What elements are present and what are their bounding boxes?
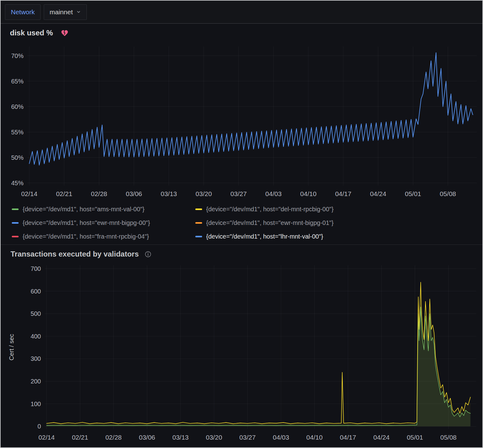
panel-title-disk-used[interactable]: disk used % xyxy=(10,29,53,37)
svg-text:70%: 70% xyxy=(11,52,24,59)
axis-labels: 45%50%55%60%65%70%02/1402/2102/2803/0603… xyxy=(11,52,456,197)
series-color-dash xyxy=(12,236,19,237)
svg-text:04/03: 04/03 xyxy=(265,190,282,197)
svg-text:200: 200 xyxy=(31,378,41,385)
series-color-dash xyxy=(195,208,202,210)
series-line xyxy=(47,282,470,424)
legend-item-label: {device="/dev/md1", host="lhr-mnt-val-00… xyxy=(206,233,323,240)
svg-text:04/03: 04/03 xyxy=(273,434,289,441)
legend-item[interactable]: {device="/dev/md1", host="ams-mnt-val-00… xyxy=(12,205,195,213)
grid xyxy=(27,47,477,186)
svg-text:45%: 45% xyxy=(11,180,24,186)
panel-transactions-header: Transactions executed by validators xyxy=(1,245,482,260)
svg-text:100: 100 xyxy=(31,401,41,407)
svg-text:60%: 60% xyxy=(11,103,24,110)
series-line xyxy=(47,307,470,425)
svg-text:05/01: 05/01 xyxy=(407,434,423,441)
legend-item-label: {device="/dev/md1", host="del-mnt-rpcbig… xyxy=(206,205,334,213)
network-variable-label: Network xyxy=(5,4,41,20)
svg-text:03/13: 03/13 xyxy=(161,190,177,197)
svg-text:03/06: 03/06 xyxy=(139,434,155,441)
chevron-down-icon xyxy=(76,10,81,14)
panel-transactions: Transactions executed by validators 0100… xyxy=(1,245,482,447)
svg-text:02/14: 02/14 xyxy=(21,190,38,197)
svg-text:04/24: 04/24 xyxy=(373,434,390,441)
legend-item-label: {device="/dev/md1", host="ams-mnt-val-00… xyxy=(23,205,144,213)
series-color-dash xyxy=(12,222,19,224)
svg-text:04/24: 04/24 xyxy=(370,190,386,197)
svg-text:02/28: 02/28 xyxy=(105,434,122,441)
svg-text:04/10: 04/10 xyxy=(300,190,317,197)
svg-text:02/14: 02/14 xyxy=(38,434,55,441)
dashboard-controls: Network mainnet xyxy=(1,1,482,24)
svg-text:04/17: 04/17 xyxy=(335,190,352,197)
svg-text:0: 0 xyxy=(38,423,41,430)
legend-item[interactable]: {device="/dev/md1", host="ewr-mnt-bigpg-… xyxy=(12,219,195,226)
alert-broken-heart-icon xyxy=(60,29,69,37)
svg-text:700: 700 xyxy=(31,265,41,272)
svg-text:04/17: 04/17 xyxy=(340,434,356,441)
svg-text:500: 500 xyxy=(31,310,41,317)
svg-text:05/01: 05/01 xyxy=(405,190,421,197)
legend-item-label: {device="/dev/md1", host="fra-mnt-rpcbig… xyxy=(23,233,149,240)
legend-item[interactable]: {device="/dev/md1", host="del-mnt-rpcbig… xyxy=(195,205,479,213)
svg-text:50%: 50% xyxy=(11,154,24,161)
svg-text:02/21: 02/21 xyxy=(56,190,73,197)
series-fill xyxy=(47,307,470,426)
panel-disk-used: disk used % 45%50%55%60%65%70%02/1402/21… xyxy=(1,24,482,245)
legend-item-label: {device="/dev/md1", host="ewr-mnt-bigpg-… xyxy=(23,219,150,226)
series-color-dash xyxy=(195,236,202,237)
series-color-dash xyxy=(195,222,202,224)
svg-text:03/06: 03/06 xyxy=(126,190,142,197)
svg-text:03/20: 03/20 xyxy=(196,190,212,197)
svg-text:03/20: 03/20 xyxy=(206,434,222,441)
grid xyxy=(45,265,476,429)
svg-text:03/27: 03/27 xyxy=(239,434,256,441)
info-circle-icon[interactable] xyxy=(144,251,152,258)
panel-disk-used-header: disk used % xyxy=(1,24,482,39)
legend-item[interactable]: {device="/dev/md1", host="fra-mnt-rpcbig… xyxy=(12,233,195,240)
network-variable-select[interactable]: mainnet xyxy=(44,4,87,20)
svg-text:03/27: 03/27 xyxy=(230,190,247,197)
legend-item[interactable]: {device="/dev/md1", host="lhr-mnt-val-00… xyxy=(195,233,479,240)
svg-text:03/13: 03/13 xyxy=(172,434,189,441)
grafana-dashboard: Network mainnet disk used % 45%50%55%60%… xyxy=(0,0,483,448)
disk-used-chart[interactable]: 45%50%55%60%65%70%02/1402/2102/2803/0603… xyxy=(1,39,482,200)
svg-text:55%: 55% xyxy=(11,129,24,136)
svg-text:05/08: 05/08 xyxy=(440,190,456,197)
svg-text:02/28: 02/28 xyxy=(91,190,107,197)
y-axis-title: Cert / sec xyxy=(8,334,15,361)
network-variable-value: mainnet xyxy=(50,8,73,16)
series-color-dash xyxy=(12,208,19,210)
panel-title-transactions[interactable]: Transactions executed by validators xyxy=(11,250,139,258)
transactions-chart[interactable]: 010020030040050060070002/1402/2102/2803/… xyxy=(1,260,482,446)
svg-text:300: 300 xyxy=(31,355,41,362)
axis-labels: 010020030040050060070002/1402/2102/2803/… xyxy=(31,265,457,441)
svg-text:05/08: 05/08 xyxy=(440,434,457,441)
svg-text:65%: 65% xyxy=(11,78,24,85)
legend-item[interactable]: {device="/dev/md1", host="ewr-mnt-bigpg-… xyxy=(195,219,479,226)
svg-text:600: 600 xyxy=(31,288,41,295)
series-fill xyxy=(47,282,470,427)
svg-text:04/10: 04/10 xyxy=(306,434,323,441)
svg-text:400: 400 xyxy=(31,333,41,340)
chart-canvas: 45%50%55%60%65%70%02/1402/2102/2803/0603… xyxy=(1,39,482,200)
chart-canvas: 010020030040050060070002/1402/2102/2803/… xyxy=(1,260,482,446)
svg-text:02/21: 02/21 xyxy=(72,434,88,441)
series-line xyxy=(29,53,473,165)
disk-used-legend: {device="/dev/md1", host="ams-mnt-val-00… xyxy=(1,200,482,244)
legend-item-label: {device="/dev/md1", host="ewr-mnt-bigpg-… xyxy=(206,219,334,226)
